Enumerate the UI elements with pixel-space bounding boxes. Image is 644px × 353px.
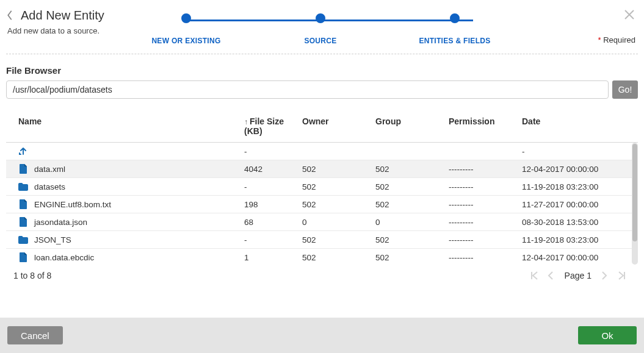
file-group: 502	[375, 253, 449, 262]
file-name: JSON_TS	[34, 235, 71, 244]
folder-icon	[18, 182, 28, 191]
col-name[interactable]: Name	[18, 116, 244, 136]
file-table: Name ↑File Size (KB) Owner Group Permiss…	[6, 110, 638, 265]
file-owner: 502	[302, 165, 375, 174]
file-permission: ---------	[449, 235, 522, 244]
table-header: Name ↑File Size (KB) Owner Group Permiss…	[6, 110, 638, 143]
ok-button[interactable]: Ok	[578, 326, 637, 344]
step-entities-fields[interactable]: ENTITIES & FIELDS	[427, 13, 482, 45]
file-name: loan.data.ebcdic	[34, 253, 94, 262]
required-label: * Required	[598, 35, 635, 45]
file-size: 1	[244, 253, 302, 262]
close-icon[interactable]	[623, 9, 635, 21]
file-date: 08-30-2018 13:53:00	[522, 218, 626, 227]
table-row[interactable]: datasets-502502---------11-19-2018 03:23…	[6, 178, 638, 196]
page-title: Add New Entity	[21, 9, 104, 23]
file-group: 502	[375, 182, 449, 191]
file-icon	[18, 252, 28, 262]
file-group: 0	[375, 218, 449, 227]
step-source[interactable]: SOURCE	[293, 13, 348, 45]
file-size: -	[244, 182, 302, 191]
file-icon	[18, 199, 28, 209]
col-permission[interactable]: Permission	[449, 116, 522, 136]
file-owner: 502	[302, 253, 375, 262]
col-filesize[interactable]: ↑File Size (KB)	[244, 116, 302, 136]
file-size: -	[244, 235, 302, 244]
file-date: -	[522, 147, 626, 156]
cancel-button[interactable]: Cancel	[7, 326, 63, 344]
file-size: 68	[244, 218, 302, 227]
file-permission: ---------	[449, 165, 522, 174]
file-date: 12-04-2017 00:00:00	[522, 253, 626, 262]
file-owner: 502	[302, 182, 375, 191]
file-icon	[18, 217, 28, 227]
file-group: 502	[375, 165, 449, 174]
back-icon[interactable]	[6, 10, 16, 22]
file-permission: ---------	[449, 253, 522, 262]
stepper: NEW OR EXISTING SOURCE ENTITIES & FIELDS	[159, 13, 482, 45]
file-name: jasondata.json	[34, 218, 87, 227]
scrollbar[interactable]	[632, 143, 638, 265]
file-name: data.xml	[34, 165, 65, 174]
page-next-icon[interactable]	[601, 271, 609, 280]
file-browser-label: File Browser	[6, 65, 638, 76]
file-owner: 502	[302, 235, 375, 244]
file-group: 502	[375, 235, 449, 244]
sort-asc-icon: ↑	[244, 118, 248, 126]
page-prev-icon[interactable]	[548, 271, 555, 280]
step-new-or-existing[interactable]: NEW OR EXISTING	[159, 13, 214, 45]
table-row[interactable]: jasondata.json6800---------08-30-2018 13…	[6, 213, 638, 231]
file-permission: ---------	[449, 218, 522, 227]
file-owner: 502	[302, 200, 375, 209]
table-row[interactable]: ENGINE.utf8.bom.txt198502502---------11-…	[6, 196, 638, 213]
page-first-icon[interactable]	[530, 271, 538, 280]
file-size: 4042	[244, 165, 302, 174]
col-group[interactable]: Group	[375, 116, 449, 136]
col-date[interactable]: Date	[522, 116, 626, 136]
file-group: 502	[375, 200, 449, 209]
file-date: 11-27-2017 00:00:00	[522, 200, 626, 209]
file-icon	[18, 164, 28, 174]
file-date: 11-19-2018 03:23:00	[522, 235, 626, 244]
table-row[interactable]: --	[6, 143, 638, 160]
up-level-icon	[18, 146, 28, 156]
table-row[interactable]: data.xml4042502502---------12-04-2017 00…	[6, 160, 638, 178]
file-permission: ---------	[449, 200, 522, 209]
file-name: ENGINE.utf8.bom.txt	[34, 200, 111, 209]
table-row[interactable]: JSON_TS-502502---------11-19-2018 03:23:…	[6, 231, 638, 249]
file-size: -	[244, 147, 302, 156]
page-last-icon[interactable]	[618, 271, 626, 280]
file-owner: 0	[302, 218, 375, 227]
table-row[interactable]: loan.data.ebcdic1502502---------12-04-20…	[6, 249, 638, 265]
col-owner[interactable]: Owner	[302, 116, 375, 136]
folder-icon	[18, 235, 28, 244]
path-input[interactable]	[6, 80, 609, 99]
file-permission: ---------	[449, 182, 522, 191]
pager-summary: 1 to 8 of 8	[13, 271, 51, 280]
file-date: 12-04-2017 00:00:00	[522, 165, 626, 174]
file-name: datasets	[34, 182, 65, 191]
page-label: Page 1	[565, 271, 592, 280]
go-button[interactable]: Go!	[612, 80, 638, 99]
file-date: 11-19-2018 03:23:00	[522, 182, 626, 191]
file-size: 198	[244, 200, 302, 209]
